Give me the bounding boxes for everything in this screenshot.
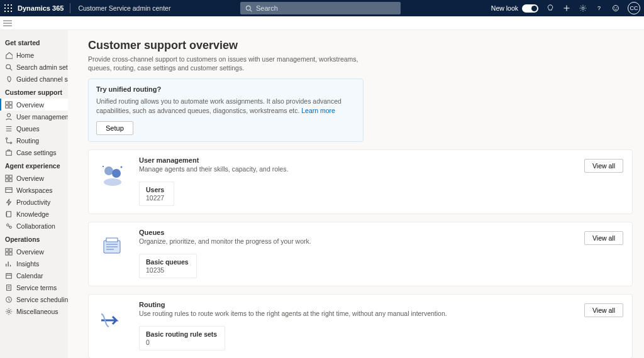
card-description: Manage agents and their skills, capacity…: [139, 165, 625, 173]
svg-rect-25: [6, 151, 12, 155]
new-look-label: New look: [491, 4, 518, 12]
lightbulb-icon[interactable]: [546, 4, 555, 13]
svg-text:?: ?: [597, 5, 601, 11]
svg-rect-28: [6, 178, 8, 181]
sidebar-item-label: Calendar: [16, 272, 43, 279]
app-launcher-icon[interactable]: [0, 0, 16, 16]
view-all-button[interactable]: View all: [584, 159, 623, 173]
sidebar-item-misc[interactable]: Miscellaneous: [0, 305, 68, 317]
sidebar-item-user-mgmt[interactable]: User management: [0, 111, 68, 122]
route-icon: [5, 137, 13, 144]
toggle-switch-icon[interactable]: [522, 4, 538, 13]
sidebar-item-productivity[interactable]: Productivity: [0, 196, 68, 208]
stat-tile[interactable]: Basic queues10235: [139, 254, 197, 278]
sidebar-item-case[interactable]: Case settings: [0, 146, 68, 158]
card-illustration-icon: [96, 229, 128, 266]
sidebar-item-home[interactable]: Home: [0, 49, 68, 61]
new-look-toggle[interactable]: New look: [491, 4, 538, 13]
app-name[interactable]: Customer Service admin center: [70, 4, 178, 12]
svg-rect-36: [9, 252, 12, 254]
queue-icon: [5, 125, 13, 133]
global-search[interactable]: [240, 2, 401, 14]
svg-point-23: [6, 138, 8, 139]
sidebar-item-queues[interactable]: Queues: [0, 122, 68, 134]
svg-rect-5: [11, 8, 12, 9]
svg-line-17: [10, 68, 12, 70]
svg-rect-21: [9, 105, 12, 107]
tile-value: 10227: [146, 194, 166, 202]
sidebar-item-op-overview[interactable]: Overview: [0, 246, 68, 258]
hamburger-icon[interactable]: [0, 20, 15, 26]
svg-rect-19: [9, 101, 12, 104]
sidebar-item-collab[interactable]: Collaboration: [0, 220, 68, 232]
sidebar-item-label: Routing: [16, 137, 39, 144]
feedback-icon[interactable]: [611, 4, 620, 13]
callout-text: Unified routing allows you to automate w…: [96, 97, 355, 114]
brand-name[interactable]: Dynamics 365: [16, 4, 70, 12]
page-title: Customer support overview: [88, 39, 633, 52]
view-all-button[interactable]: View all: [584, 303, 623, 317]
sidebar-item-guided[interactable]: Guided channel setu...: [0, 73, 68, 85]
svg-rect-18: [6, 101, 8, 104]
card-title: Routing: [139, 301, 625, 308]
case-icon: [5, 149, 13, 156]
svg-point-15: [616, 7, 617, 8]
card-user-management: User management Manage agents and their …: [88, 149, 633, 214]
sidebar-item-overview[interactable]: Overview: [0, 99, 68, 111]
settings-gear-icon[interactable]: [579, 4, 587, 13]
svg-rect-34: [9, 248, 12, 251]
shell: Get startedHomeSearch admin settingsGuid…: [0, 30, 644, 358]
sidebar-item-search-admin[interactable]: Search admin settings: [0, 61, 68, 73]
svg-rect-37: [6, 273, 12, 278]
svg-rect-38: [7, 285, 11, 290]
search-icon: [5, 63, 13, 71]
sidebar-item-sched[interactable]: Service scheduling: [0, 293, 68, 305]
svg-rect-29: [9, 178, 12, 181]
svg-point-9: [246, 6, 250, 10]
grid-icon: [5, 101, 13, 109]
sidebar-item-label: Workspaces: [16, 187, 53, 194]
sidebar: Get startedHomeSearch admin settingsGuid…: [0, 30, 68, 358]
stat-tile[interactable]: Users10227: [139, 182, 174, 206]
tile-value: 10235: [146, 266, 189, 274]
sub-bar: [0, 16, 644, 30]
sidebar-item-label: Overview: [16, 175, 44, 182]
home-icon: [5, 52, 13, 59]
svg-rect-0: [4, 4, 6, 6]
sidebar-item-knowledge[interactable]: Knowledge: [0, 208, 68, 220]
setup-button[interactable]: Setup: [96, 121, 133, 135]
sidebar-item-terms[interactable]: Service terms: [0, 281, 68, 293]
svg-point-42: [112, 169, 121, 178]
rocket-icon: [5, 75, 13, 83]
tile-heading: Users: [146, 186, 166, 193]
svg-line-10: [250, 9, 252, 11]
help-icon[interactable]: ?: [595, 4, 604, 13]
svg-rect-27: [9, 175, 12, 177]
tile-heading: Basic routing rule sets: [146, 330, 217, 338]
svg-rect-6: [4, 11, 6, 12]
workspace-icon: [5, 187, 13, 194]
sidebar-item-label: Knowledge: [16, 210, 49, 218]
calendar-icon: [5, 272, 13, 279]
card-illustration-icon: [96, 156, 128, 194]
sidebar-item-calendar[interactable]: Calendar: [0, 269, 68, 281]
svg-point-40: [8, 310, 9, 312]
view-all-button[interactable]: View all: [584, 231, 623, 245]
svg-point-11: [582, 7, 584, 9]
sidebar-item-label: Service terms: [16, 284, 57, 291]
learn-more-link[interactable]: Learn more: [301, 107, 335, 114]
user-avatar[interactable]: CC: [628, 2, 640, 14]
svg-rect-26: [6, 175, 8, 177]
collab-icon: [5, 222, 13, 230]
plus-icon[interactable]: [562, 4, 571, 13]
sidebar-item-insights[interactable]: Insights: [0, 258, 68, 269]
tile-bar: Users10227: [139, 182, 625, 206]
sidebar-group-label: Get started: [0, 35, 68, 49]
sidebar-item-ae-overview[interactable]: Overview: [0, 172, 68, 184]
sidebar-item-routing[interactable]: Routing: [0, 134, 68, 146]
search-input[interactable]: [256, 4, 396, 12]
svg-point-31: [7, 224, 9, 225]
svg-point-22: [7, 113, 10, 116]
sidebar-item-workspaces[interactable]: Workspaces: [0, 184, 68, 196]
stat-tile[interactable]: Basic routing rule sets0: [139, 326, 225, 350]
